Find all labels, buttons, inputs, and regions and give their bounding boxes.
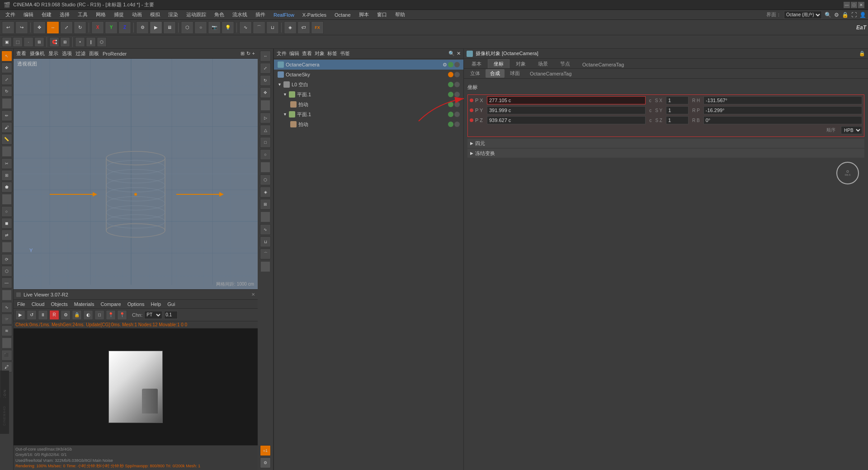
menu-pipeline[interactable]: 流水线 [229,10,251,19]
scene-icon1[interactable]: 🔍 [448,51,455,56]
rotate-tool-btn[interactable]: ↻ [1,86,12,97]
vp-tool10[interactable]: ◈ [260,187,271,197]
sky-vis-dot[interactable] [454,72,460,77]
menu-plugins[interactable]: 插件 [252,10,269,19]
viewport-canvas[interactable]: 透视视图 Y 网格间距: 1000 cm [14,59,258,289]
edge-btn[interactable]: — [1,277,12,288]
viewport-menu-display[interactable]: 摄像机 [30,50,45,57]
polygon-btn[interactable]: ⬡ [1,266,12,277]
tab-basic[interactable]: 基本 [466,59,487,68]
sy-input[interactable] [666,106,689,114]
render-settings-btn[interactable]: ⚙ [136,21,149,34]
vp-tool2[interactable]: ⤢ [260,63,271,74]
prop-lock-icon[interactable]: 🔒 [859,51,865,56]
menu-create[interactable]: 创建 [38,10,55,19]
vp-layer-btn[interactable]: =1 [260,445,271,456]
draw-btn[interactable]: ✏ [1,110,12,121]
lv-menu-materials[interactable]: Materials [72,301,96,307]
chn-value-input[interactable] [164,311,178,319]
paint-btn[interactable]: 🖌 [1,122,12,133]
viewport-menu-filter[interactable]: 选项 [62,50,72,57]
view-solid-btn[interactable]: ▣ [2,37,12,47]
move-tool-btn[interactable]: ✥ [1,62,12,73]
x-axis-btn[interactable]: X [91,21,104,34]
y-axis-btn[interactable]: Y [105,21,118,34]
vp-tool13[interactable]: ⊔ [260,236,271,247]
menu-character[interactable]: 角色 [211,10,228,19]
fx-btn[interactable]: FX [311,21,324,34]
close-btn[interactable]: ✕ [858,2,864,8]
vp-tool6[interactable]: △ [260,125,271,136]
menu-window[interactable]: 窗口 [373,10,391,19]
sx-input[interactable] [666,96,689,104]
z-axis-btn[interactable]: Z [118,21,131,34]
scene-view-menu[interactable]: 查看 [302,50,312,57]
undo-btn[interactable]: ↩ [2,21,14,34]
sz-input[interactable] [666,116,689,124]
grid-snap-btn[interactable]: ⊞ [60,37,70,47]
camera-render-dot[interactable] [454,62,460,67]
lv-menu-objects[interactable]: Objects [49,301,69,307]
lv-menu-compare[interactable]: Compare [99,301,123,307]
loop-btn[interactable]: ○ [1,206,12,217]
scene-item-rotate1[interactable]: 拍动 [274,99,463,109]
subtab-composite[interactable]: 合成 [486,69,505,78]
mat-btn[interactable]: ◈ [284,21,297,34]
menu-tools[interactable]: 工具 [74,10,91,19]
mirror-btn[interactable]: ⇌ [1,230,12,240]
interface-dropdown[interactable]: Octane (用户) [784,11,822,19]
four-yuan-section[interactable]: ▶ 四元 [467,139,864,148]
scene-item-rotate2[interactable]: 拍动 [274,119,463,129]
plane1-render-dot[interactable] [454,92,460,97]
vp-tool4[interactable]: ✥ [260,87,271,98]
vp-tool12[interactable]: ∿ [260,224,271,235]
spin-btn[interactable]: ⟳ [1,254,12,265]
scene-item-octane-camera[interactable]: OctaneCamera ⚙ [274,60,463,70]
lv-menu-help[interactable]: Help [149,301,163,307]
live-viewer-canvas[interactable] [14,329,258,445]
menu-snap[interactable]: 捕捉 [110,10,127,19]
smooth-btn[interactable]: ≋ [1,325,12,336]
lv-menu-cloud[interactable]: Cloud [30,301,47,307]
rotate2-vis-dot[interactable] [448,122,453,127]
scene-item-null[interactable]: ▼ L0 空白 [274,80,463,89]
lv-close-icon[interactable]: ✕ [251,292,255,297]
lv-play-btn[interactable]: ▶ [15,310,25,320]
menu-select[interactable]: 选择 [56,10,73,19]
lv-refresh-btn[interactable]: ↺ [27,310,37,320]
vp-tool8[interactable]: ○ [260,149,271,160]
plane1-fold-icon[interactable]: ▼ [283,92,287,97]
view-all-btn[interactable]: ⊞ [34,37,44,47]
scene-item-octane-sky[interactable]: OctaneSky [274,70,463,80]
deform-btn[interactable]: ⊔ [266,21,279,34]
fill-btn[interactable]: ◼ [1,218,12,229]
lv-region-btn[interactable]: □ [94,310,104,320]
tab-coord[interactable]: 坐标 [488,59,509,68]
scene-edit-menu[interactable]: 编辑 [289,50,299,57]
search-icon[interactable]: 🔍 [825,12,831,18]
poly-mode-btn[interactable]: ⬡ [97,37,107,47]
px-input[interactable] [487,96,646,104]
scene-item-plane1[interactable]: ▼ 平面.1 [274,89,463,99]
grab-btn[interactable]: ☞ [1,314,12,324]
lv-tone-btn[interactable]: ◐ [83,310,93,320]
menu-animate[interactable]: 动画 [128,10,146,19]
select-btn[interactable]: ✥ [33,21,46,34]
knife-btn[interactable]: ✂ [1,158,12,169]
viewport-menu-prorender[interactable]: 面板 [89,50,99,57]
settings-icon[interactable]: ⚙ [834,12,839,18]
view-wire-btn[interactable]: ⬚ [13,37,23,47]
menu-render[interactable]: 渲染 [165,10,182,19]
vp-tool1[interactable]: ↔ [260,51,271,61]
plane2-vis-dot[interactable] [448,112,453,117]
rb-input[interactable] [703,116,862,124]
camera-obj-btn[interactable]: 📷 [208,21,221,34]
edge-mode-btn[interactable]: ∥ [86,37,96,47]
scene-item-plane2[interactable]: ▼ 平面.1 [274,109,463,119]
snap-btn[interactable]: 🧲 [49,37,59,47]
light-btn[interactable]: 💡 [222,21,234,34]
menu-file[interactable]: 文件 [2,10,19,19]
scene-obj-menu[interactable]: 对象 [315,50,325,57]
menu-octane[interactable]: Octane [331,11,354,19]
extrude-btn[interactable]: ⊞ [1,170,12,181]
